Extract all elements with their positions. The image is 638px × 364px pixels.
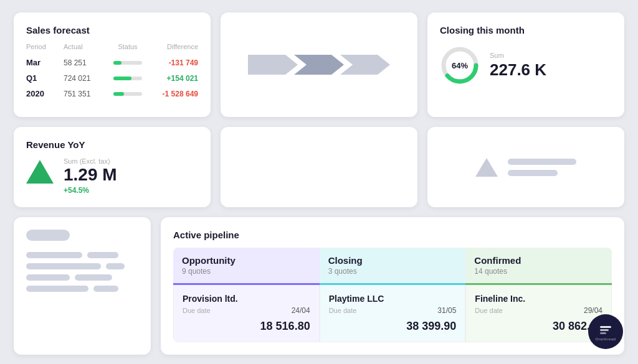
deco-line-3 — [26, 274, 138, 281]
progress-mar — [113, 61, 142, 65]
conf-amount: 30 862.20 — [475, 320, 602, 333]
onethread-label: Onethread — [596, 337, 616, 341]
deco-seg — [26, 274, 70, 281]
deco-line-2 — [26, 263, 138, 269]
conf-company: Fineline Inc. — [475, 294, 602, 304]
progress-q1 — [113, 77, 142, 80]
arrows-row — [233, 55, 405, 75]
col-header-opportunity[interactable]: Opportunity 9 quotes — [173, 248, 320, 285]
clos-due-label: Due date — [329, 307, 357, 314]
table-row: Q1 724 021 +154 021 — [26, 73, 198, 83]
table-header: Period Actual Status Difference — [26, 43, 198, 53]
pipeline-status-arrows-card — [221, 12, 417, 117]
deco-line-4 — [26, 286, 138, 292]
deco-triangle-icon — [475, 158, 498, 177]
table-row: 2020 751 351 -1 528 649 — [26, 89, 198, 98]
deco-lines — [26, 252, 138, 292]
revenue-label: Sum (Excl. tax) — [64, 157, 117, 165]
revenue-up-icon — [26, 160, 54, 184]
deco-seg — [87, 252, 118, 258]
deco-seg — [26, 286, 88, 292]
deco-pill-short — [26, 230, 70, 241]
header-actual: Actual — [64, 43, 113, 50]
deco-pill-2 — [508, 170, 558, 176]
closing-card: Closing this month 64% Sum 227.6 K — [427, 12, 624, 117]
conf-due-row: Due date 29/04 — [475, 306, 602, 315]
conf-due-date: 29/04 — [584, 306, 602, 315]
actual-mar: 58 251 — [64, 58, 113, 67]
deco-left-card — [14, 217, 151, 355]
svg-rect-7 — [600, 332, 606, 334]
progress-fill-mar — [113, 61, 121, 65]
diff-mar: -131 749 — [142, 58, 198, 67]
pipeline-col-opportunity: Opportunity 9 quotes Provision ltd. Due … — [173, 248, 320, 342]
svg-marker-2 — [340, 55, 390, 75]
deco-pill-1 — [508, 159, 576, 165]
sales-forecast-card: Sales forecast Period Actual Status Diff… — [14, 12, 211, 117]
revenue-value: 1.29 M — [64, 165, 117, 185]
conf-due-label: Due date — [475, 307, 503, 314]
closing-label: Closing — [328, 255, 457, 266]
closing-title: Closing this month — [440, 25, 612, 35]
svg-marker-0 — [248, 55, 298, 75]
period-mar: Mar — [26, 58, 64, 67]
progress-2020 — [113, 92, 142, 96]
confirmed-label: Confirmed — [474, 255, 603, 266]
table-row: Mar 58 251 -131 749 — [26, 58, 198, 67]
actual-q1: 724 021 — [64, 74, 113, 83]
confirmed-quotes: 14 quotes — [474, 267, 603, 276]
col-body-opportunity: Provision ltd. Due date 24/04 18 516.80 — [173, 285, 320, 342]
pipeline-col-closing: Closing 3 quotes Playtime LLC Due date 3… — [320, 248, 466, 342]
closing-sum-value: 227.6 K — [490, 60, 546, 80]
opp-company: Provision ltd. — [183, 294, 310, 304]
svg-marker-1 — [294, 55, 344, 75]
progress-fill-2020 — [113, 92, 124, 96]
header-status: Status — [113, 43, 142, 50]
deco-seg — [75, 274, 112, 281]
period-q1: Q1 — [26, 73, 64, 83]
pipeline-columns: Opportunity 9 quotes Provision ltd. Due … — [173, 248, 612, 342]
deco-line-1 — [26, 252, 138, 258]
clos-amount: 38 399.90 — [329, 320, 457, 333]
onethread-badge[interactable]: Onethread — [588, 314, 623, 349]
col-header-closing[interactable]: Closing 3 quotes — [320, 248, 466, 285]
deco-seg — [26, 263, 101, 269]
deco-seg — [93, 286, 118, 292]
active-pipeline-card: Active pipeline Opportunity 9 quotes Pro… — [161, 217, 624, 355]
revenue-title: Revenue YoY — [26, 139, 198, 150]
arrow-3-icon — [340, 55, 390, 75]
sales-forecast-title: Sales forecast — [26, 25, 198, 35]
opportunity-label: Opportunity — [182, 255, 311, 266]
opp-amount: 18 516.80 — [183, 320, 310, 333]
svg-rect-5 — [600, 326, 611, 328]
deco-right-card — [427, 127, 624, 207]
deco-seg — [26, 252, 82, 258]
revenue-change: +54.5% — [64, 186, 117, 195]
period-2020: 2020 — [26, 89, 64, 98]
opp-due-row: Due date 24/04 — [183, 306, 310, 315]
diff-q1: +154 021 — [142, 74, 198, 83]
closing-sum: Sum 227.6 K — [490, 52, 546, 80]
actual-2020: 751 351 — [64, 90, 113, 98]
col-header-confirmed[interactable]: Confirmed 14 quotes — [465, 248, 612, 285]
opp-due-label: Due date — [183, 307, 211, 314]
svg-rect-6 — [600, 329, 609, 331]
arrow-1-icon — [248, 55, 298, 75]
deco-pills — [508, 159, 576, 176]
progress-fill-q1 — [113, 77, 131, 80]
clos-due-date: 31/05 — [437, 306, 456, 315]
dashboard: Sales forecast Period Actual Status Diff… — [14, 12, 624, 355]
donut-percent-label: 64% — [452, 61, 468, 70]
col-body-closing: Playtime LLC Due date 31/05 38 399.90 — [320, 285, 466, 342]
header-difference: Difference — [142, 43, 198, 50]
closing-content: 64% Sum 227.6 K — [440, 45, 612, 85]
closing-sum-label: Sum — [490, 52, 546, 59]
deco-seg — [106, 263, 125, 269]
progress-bg-mar — [113, 61, 142, 65]
opp-due-date: 24/04 — [292, 306, 310, 315]
closing-quotes: 3 quotes — [328, 267, 457, 276]
middle-placeholder-card — [221, 127, 417, 207]
diff-2020: -1 528 649 — [142, 90, 198, 98]
progress-bg-q1 — [113, 77, 142, 80]
revenue-right: Sum (Excl. tax) 1.29 M +54.5% — [64, 157, 117, 195]
